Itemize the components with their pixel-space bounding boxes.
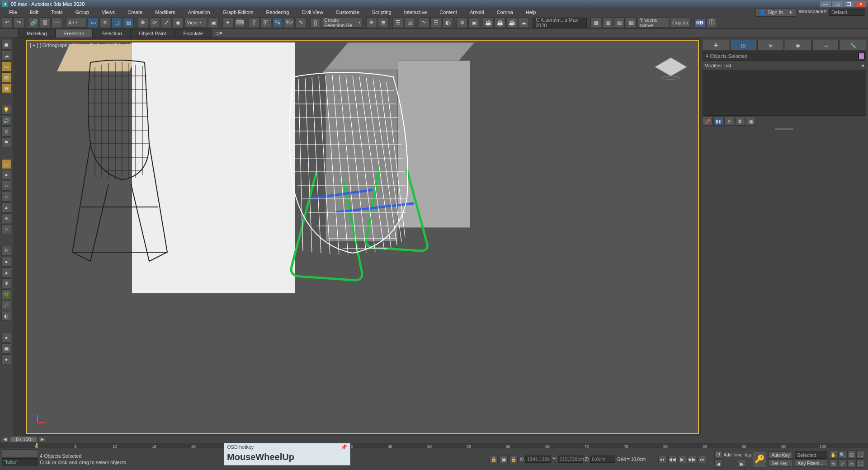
lb-icon-10[interactable]: ▭ [1, 159, 11, 169]
isolate-selection-icon[interactable]: ▣ [500, 455, 508, 463]
prev-frame-button[interactable]: ◀◀ [668, 455, 676, 463]
lb-icon-2[interactable]: ☁ [1, 51, 11, 61]
osd-hotkey-window[interactable]: OSD hotkey📌 MouseWheelUp [224, 443, 350, 465]
menu-civilview[interactable]: Civil View [295, 9, 329, 16]
lb-icon-22[interactable]: ☄ [1, 300, 11, 310]
project-path[interactable]: C:\Users\m...s Max 2020 [533, 18, 587, 28]
zoom-region-button[interactable]: ▭ [847, 460, 855, 468]
lb-icon-1[interactable]: ☗ [1, 40, 11, 50]
zoom-all-button[interactable]: ⛶ [856, 451, 864, 459]
menu-interactive[interactable]: Interactive [398, 9, 434, 16]
menu-views[interactable]: Views [95, 9, 121, 16]
signin-dropdown[interactable]: 👤 Sign In ▾ [755, 8, 796, 17]
lb-icon-24[interactable]: ● [1, 333, 11, 343]
select-object-button[interactable]: ▭ [88, 17, 99, 28]
create-tab[interactable]: ✚ [703, 40, 729, 51]
menu-modifiers[interactable]: Modifiers [149, 9, 182, 16]
lb-icon-3[interactable]: ▭ [1, 61, 11, 71]
manipulate-button[interactable]: ✦ [222, 17, 233, 28]
menu-help[interactable]: Help [519, 9, 542, 16]
render-iterative-button[interactable]: ☕ [495, 17, 505, 28]
render-production-button[interactable]: ☕ [483, 17, 494, 28]
object-color-swatch[interactable] [859, 53, 865, 59]
ribbon-tab-selection[interactable]: Selection [93, 29, 130, 38]
lb-icon-25[interactable]: ▣ [1, 343, 11, 353]
ribbon-tab-freeform[interactable]: Freeform [56, 29, 93, 38]
goto-end-button[interactable]: ⏭ [698, 455, 706, 463]
menu-rendering[interactable]: Rendering [260, 9, 296, 16]
restore-button[interactable]: ▭ [832, 1, 843, 7]
align-button[interactable]: ≣ [378, 17, 389, 28]
rect-region-button[interactable]: ▢ [111, 17, 122, 28]
lb-icon-7[interactable]: 🔊 [1, 116, 11, 126]
spinner-snap-button[interactable]: %ᵃ [284, 17, 295, 28]
lb-icon-13[interactable]: ○ [1, 192, 11, 202]
orbit-button[interactable]: ⟲ [829, 460, 837, 468]
pivot-center-button[interactable]: ▣ [208, 17, 219, 28]
corona-btn3[interactable]: ▦ [614, 17, 625, 28]
make-unique-button[interactable]: ⎘ [724, 117, 734, 126]
track-bar[interactable]: 0510152025303540455055606570758085909510… [0, 443, 868, 448]
viewport[interactable]: [ + ] [ Orthographic ] [ User Defined ] … [26, 40, 699, 434]
lb-icon-26[interactable]: ● [1, 354, 11, 364]
time-config-icon[interactable]: ⏱ [714, 451, 722, 459]
schematic-view-button[interactable]: ☷ [430, 17, 441, 28]
lb-icon-4[interactable]: ▤ [1, 72, 11, 82]
lb-icon-6[interactable]: 💡 [1, 105, 11, 115]
motion-tab[interactable]: ◉ [785, 40, 811, 51]
selection-lock-toggle[interactable]: 🔓 [509, 455, 518, 463]
zoom-extents-button[interactable]: ⤢ [838, 460, 846, 468]
ref-coord-system[interactable]: View▾ [184, 18, 207, 28]
panel-divider[interactable] [703, 127, 866, 130]
goto-start-button[interactable]: ⏮ [658, 455, 666, 463]
selection-filter[interactable]: All▾ [66, 18, 87, 28]
lb-icon-5[interactable]: ▦ [1, 83, 11, 93]
fov-button[interactable]: ◱ [847, 451, 855, 459]
placement-button[interactable]: ◉ [173, 17, 184, 28]
named-selection-button[interactable]: {} [310, 17, 321, 28]
workspaces-dropdown[interactable]: Default [829, 9, 865, 16]
current-frame-up[interactable]: ▶ [738, 460, 746, 468]
lb-icon-16[interactable]: ○ [1, 224, 11, 234]
ribbon-tab-populate[interactable]: Populate [175, 29, 211, 38]
lb-icon-18[interactable]: ● [1, 257, 11, 267]
menu-customize[interactable]: Customize [330, 9, 366, 16]
lb-icon-21[interactable]: 🌿 [1, 289, 11, 299]
maximize-viewport-button[interactable]: ⛶ [856, 460, 864, 468]
utilities-tab[interactable]: 🔧 [840, 40, 866, 51]
named-selection-set[interactable]: Create Selection Se▾ [322, 18, 363, 28]
current-frame-input[interactable] [723, 460, 737, 468]
move-button[interactable]: ✥ [137, 17, 148, 28]
close-button[interactable]: ✕ [855, 1, 866, 7]
snap-percent-button[interactable]: % [272, 17, 283, 28]
menu-scripting[interactable]: Scripting [366, 9, 398, 16]
layer-explorer-button[interactable]: ☰ [392, 17, 403, 28]
menu-animation[interactable]: Animation [182, 9, 217, 16]
info-button[interactable]: ⓘ [706, 17, 717, 28]
mirror-button[interactable]: ⁜ [366, 17, 377, 28]
menu-edit[interactable]: Edit [24, 9, 45, 16]
lb-icon-9[interactable]: ⚑ [1, 137, 11, 147]
lock-selection-icon[interactable]: 🔒 [490, 455, 498, 463]
key-filters-button[interactable]: Key Filters... [795, 460, 827, 467]
maximize-button[interactable]: 🗖 [844, 1, 854, 7]
menu-content[interactable]: Content [433, 9, 463, 16]
copitor-button[interactable]: Copitor [670, 18, 691, 28]
set-key-button[interactable]: Set Key [768, 460, 793, 467]
display-tab[interactable]: ▭ [812, 40, 839, 51]
menu-grapheditors[interactable]: Graph Editors [217, 9, 260, 16]
key-mode-dropdown[interactable]: Selected [795, 451, 827, 459]
show-end-result-button[interactable]: ▮▮ [713, 117, 723, 126]
object-name-field[interactable]: 4 Objects Selected [703, 52, 866, 61]
timeslider-handle[interactable]: 0 / 100 [10, 436, 37, 442]
lb-icon-23[interactable]: ◐ [1, 311, 11, 321]
edit-named-sel-button[interactable]: ✎ [296, 17, 307, 28]
lb-icon-8[interactable]: ⊙ [1, 127, 11, 136]
timeslider-prev[interactable]: ◀ [2, 436, 8, 442]
ribbon-tab-objectpaint[interactable]: Object Paint [131, 29, 175, 38]
auto-key-button[interactable]: Auto Key [768, 451, 793, 459]
lb-icon-15[interactable]: ☀ [1, 213, 11, 223]
z-input[interactable]: 0,0cm [590, 456, 615, 463]
maxscript-mini[interactable] [2, 449, 38, 457]
modifier-stack[interactable] [703, 70, 866, 116]
